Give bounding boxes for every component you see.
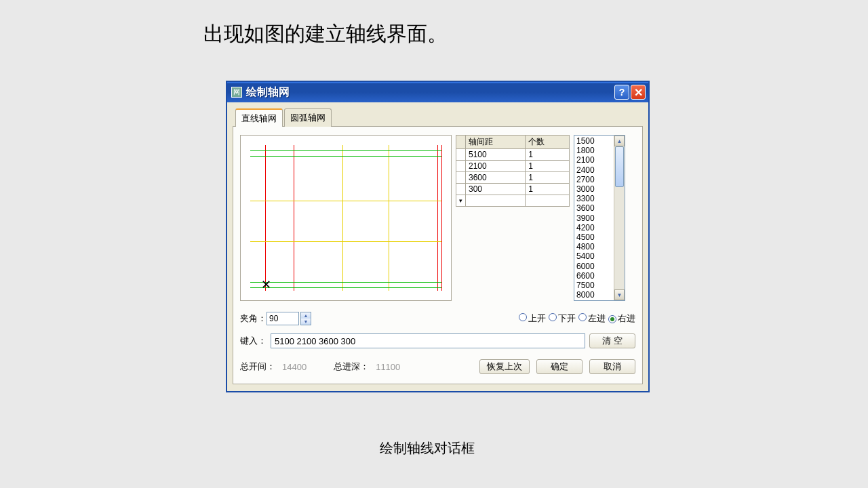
clear-button[interactable]: 清 空 (589, 333, 635, 348)
help-button[interactable]: ? (614, 85, 629, 100)
list-item[interactable]: 2700 (576, 175, 612, 184)
key-input-label: 键入： (240, 335, 267, 347)
radio-down[interactable]: 下开 (549, 312, 576, 325)
list-item[interactable]: 7500 (576, 281, 612, 290)
tab-straight-axis[interactable]: 直线轴网 (235, 108, 283, 127)
app-icon: 网 (231, 87, 242, 98)
direction-radios: 上开 下开 左进 右进 (519, 312, 635, 325)
spin-down-icon[interactable]: ▼ (301, 319, 311, 325)
axis-table[interactable]: 轴间距 个数 5100 1 2100 1 (456, 135, 570, 207)
titlebar[interactable]: 网 绘制轴网 ? ✕ (227, 82, 648, 102)
dropdown-arrow-icon[interactable]: ▾ (456, 195, 466, 207)
radio-left[interactable]: 左进 (578, 312, 606, 325)
total-depth-label: 总进深： (334, 361, 369, 373)
angle-spinner[interactable]: ▲ ▼ (300, 312, 311, 325)
total-open-value: 14400 (282, 362, 307, 372)
col-count-header: 个数 (526, 136, 570, 149)
list-item[interactable]: 4500 (576, 232, 612, 242)
total-depth-value: 11100 (376, 362, 400, 372)
list-item[interactable]: 1500 (576, 136, 612, 146)
tab-panel: ✕ 轴间距 个数 5100 1 (233, 127, 643, 384)
page-heading: 出现如图的建立轴线界面。 (203, 20, 448, 48)
angle-label: 夹角： (240, 312, 267, 325)
table-row[interactable]: 3600 1 (456, 172, 570, 184)
table-corner (456, 136, 466, 149)
list-item[interactable]: 3000 (576, 184, 612, 194)
col-spacing-header: 轴间距 (466, 136, 526, 149)
list-item[interactable]: 8000 (576, 290, 612, 300)
list-item[interactable]: 3600 (576, 203, 612, 213)
cancel-button[interactable]: 取消 (589, 359, 635, 374)
window-title: 绘制轴网 (246, 85, 613, 100)
table-row[interactable]: 5100 1 (456, 149, 570, 161)
tabs: 直线轴网 圆弧轴网 (233, 108, 643, 127)
scrollbar[interactable]: ▲ ▼ (614, 136, 625, 300)
key-input[interactable] (271, 333, 585, 348)
list-item[interactable]: 6600 (576, 271, 612, 281)
radio-right[interactable]: 右进 (608, 312, 635, 325)
spin-up-icon[interactable]: ▲ (301, 312, 311, 319)
axis-dialog: 网 绘制轴网 ? ✕ 直线轴网 圆弧轴网 (226, 81, 649, 392)
table-row[interactable]: 2100 1 (456, 161, 570, 172)
list-item[interactable]: 2100 (576, 155, 612, 165)
table-row-empty[interactable]: ▾ (456, 195, 570, 207)
scroll-up-icon[interactable]: ▲ (614, 136, 625, 146)
axis-table-container: 轴间距 个数 5100 1 2100 1 (456, 135, 570, 301)
list-item[interactable]: 3300 (576, 194, 612, 203)
total-open-label: 总开间： (240, 361, 275, 373)
origin-mark-icon: ✕ (261, 281, 271, 288)
grid-preview: ✕ (240, 135, 452, 301)
spacing-listbox[interactable]: 1500180021002400270030003300360039004200… (574, 135, 625, 301)
list-item[interactable]: 2400 (576, 165, 612, 175)
list-item[interactable]: 4800 (576, 242, 612, 251)
angle-input[interactable] (267, 312, 299, 325)
list-item[interactable]: 3900 (576, 214, 612, 223)
close-button[interactable]: ✕ (631, 85, 646, 100)
list-item[interactable]: 5400 (576, 251, 612, 261)
page-caption: 绘制轴线对话框 (380, 439, 475, 458)
list-item[interactable]: 1800 (576, 146, 612, 155)
table-row[interactable]: 300 1 (456, 184, 570, 195)
scroll-thumb[interactable] (615, 146, 624, 187)
ok-button[interactable]: 确定 (536, 359, 583, 374)
radio-up[interactable]: 上开 (519, 312, 546, 325)
scroll-down-icon[interactable]: ▼ (614, 289, 625, 300)
tab-arc-axis[interactable]: 圆弧轴网 (284, 108, 332, 127)
list-item[interactable]: 4200 (576, 223, 612, 232)
list-item[interactable]: 6000 (576, 262, 612, 271)
restore-button[interactable]: 恢复上次 (479, 359, 530, 374)
